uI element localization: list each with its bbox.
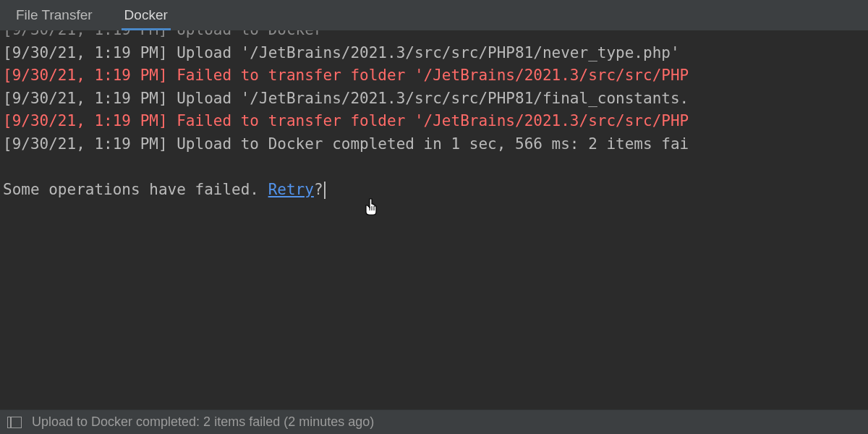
pointer-cursor-icon — [363, 197, 380, 225]
log-line: [9/30/21, 1:19 PM] Upload to Docker comp… — [0, 133, 868, 156]
log-line: [9/30/21, 1:19 PM] Upload '/JetBrains/20… — [0, 42, 868, 65]
tab-docker[interactable]: Docker — [109, 0, 184, 30]
text-caret — [324, 182, 326, 199]
retry-link[interactable]: Retry — [268, 181, 314, 198]
prompt-message: Some operations have failed. — [3, 181, 268, 198]
prompt-suffix: ? — [314, 181, 323, 198]
status-bar: Upload to Docker completed: 2 items fail… — [0, 409, 868, 434]
status-text: Upload to Docker completed: 2 items fail… — [32, 414, 374, 430]
tab-bar: File Transfer Docker — [0, 0, 868, 30]
log-line: [9/30/21, 1:19 PM] Upload to Docker — [0, 30, 868, 42]
log-line: [9/30/21, 1:19 PM] Upload '/JetBrains/20… — [0, 88, 868, 111]
panel-toggle-icon[interactable] — [7, 417, 22, 428]
tab-file-transfer[interactable]: File Transfer — [0, 0, 109, 30]
log-line-error: [9/30/21, 1:19 PM] Failed to transfer fo… — [0, 64, 868, 88]
retry-prompt: Some operations have failed. Retry? — [0, 179, 868, 202]
log-output: [9/30/21, 1:19 PM] Upload to Docker [9/3… — [0, 30, 868, 409]
log-line-error: [9/30/21, 1:19 PM] Failed to transfer fo… — [0, 110, 868, 133]
